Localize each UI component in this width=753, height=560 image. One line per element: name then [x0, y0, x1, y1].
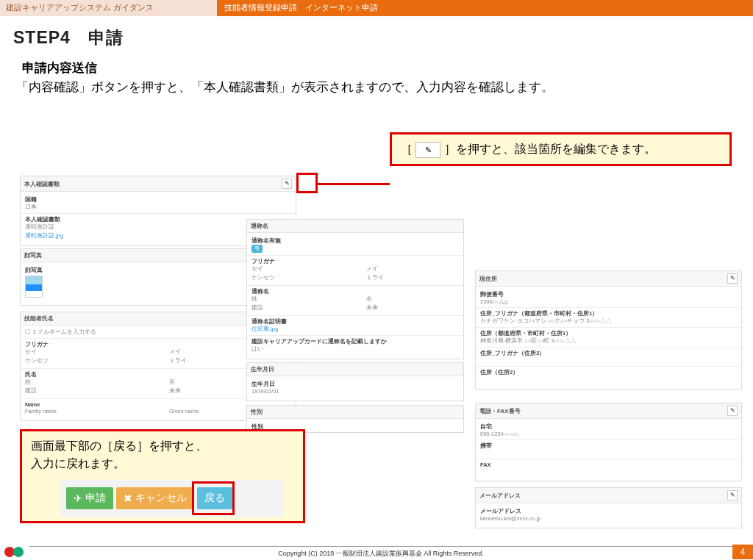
svg-point-1	[13, 547, 24, 557]
paper-plane-icon: ✈	[74, 492, 82, 504]
panel-address: 現住所 ✎ 郵便番号 2200○○△△ 住所_フリガナ（都道府県・市町村・住所1…	[475, 270, 742, 390]
footer-copyright: Copyright (C) 2018 一般財団法人建設業振興基金 All Rig…	[29, 546, 732, 559]
close-icon: ✖	[124, 492, 132, 504]
cancel-button[interactable]: ✖ キャンセル	[116, 487, 194, 509]
file-link[interactable]: 住民票.jpg	[251, 326, 459, 333]
page-number: 4	[732, 545, 753, 559]
footer: Copyright (C) 2018 一般財団法人建設業振興基金 All Rig…	[0, 544, 753, 560]
panel-email: メールアドレス ✎ メールアドレス kensetsu.km@xxxx.co.jp	[475, 487, 742, 528]
topbar-left: 建設キャリアアップシステム ガイダンス	[0, 0, 217, 16]
back-button[interactable]: 戻る	[197, 487, 232, 509]
badge-has: 有	[251, 245, 263, 253]
panel-alias: 通称名 通称名有無 有 フリガナ セイケンセツ メイミライ 通称名 姓建設 名未…	[246, 219, 464, 359]
pencil-icon[interactable]: ✎	[727, 490, 738, 500]
face-photo-thumb	[25, 276, 43, 298]
pencil-icon[interactable]: ✎	[727, 273, 738, 284]
highlight-pencil	[296, 173, 318, 193]
panel-phone: 電話・FAX番号 ✎ 自宅 090-1234-○○○○ 携帯 FAX	[475, 403, 742, 481]
topbar: 建設キャリアアップシステム ガイダンス 技能者情報登録申請 インターネット申請	[0, 0, 753, 16]
pencil-icon: ✎	[415, 142, 440, 158]
callout-back: 画面最下部の［戻る］を押すと、 入力に戻れます。 ✈ 申請 ✖ キャンセル 戻る	[20, 429, 305, 523]
panel-birthdate: 生年月日 生年月日 1976/01/01	[246, 362, 464, 401]
pencil-icon[interactable]: ✎	[727, 406, 738, 416]
apply-button[interactable]: ✈ 申請	[66, 487, 113, 509]
pencil-icon[interactable]: ✎	[282, 179, 292, 189]
leader-line	[318, 183, 390, 185]
topbar-right: 技能者情報登録申請 インターネット申請	[217, 0, 753, 16]
section-subtitle: 申請内容送信	[0, 54, 753, 78]
callout-edit: ［ ✎ ］を押すと、該当箇所を編集できます。	[390, 132, 732, 166]
footer-logo	[0, 546, 29, 558]
step-title: STEP4 申請	[0, 16, 753, 54]
svg-point-0	[4, 547, 15, 557]
panel-title: 本人確認書類	[24, 180, 60, 188]
section-desc: 「内容確認」ボタンを押すと、「本人確認書類」が表示されますので、入力内容を確認し…	[0, 78, 753, 96]
